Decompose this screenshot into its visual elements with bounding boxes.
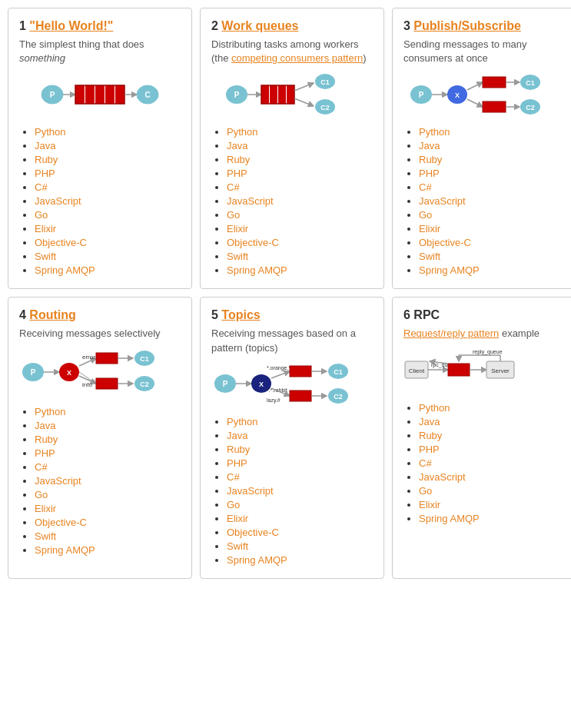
list-item: Ruby bbox=[227, 443, 373, 455]
language-list-routing: Python Java Ruby PHP C# JavaScript Go El… bbox=[19, 405, 181, 556]
competing-consumers-link[interactable]: competing consumers pattern bbox=[231, 52, 363, 64]
lang-link-js[interactable]: JavaScript bbox=[227, 195, 274, 207]
lang-link-php[interactable]: PHP bbox=[35, 168, 55, 179]
svg-rect-6 bbox=[105, 85, 115, 104]
lang-link-js[interactable]: JavaScript bbox=[227, 485, 274, 497]
title-link-work-queues[interactable]: Work queues bbox=[221, 19, 298, 32]
lang-link-python[interactable]: Python bbox=[35, 406, 65, 417]
lang-link-csharp[interactable]: C# bbox=[419, 181, 432, 193]
lang-link-swift[interactable]: Swift bbox=[35, 251, 56, 262]
lang-link-java[interactable]: Java bbox=[35, 140, 55, 151]
lang-link-go[interactable]: Go bbox=[419, 485, 432, 497]
lang-link-spring[interactable]: Spring AMQP bbox=[419, 513, 480, 524]
lang-link-ruby[interactable]: Ruby bbox=[35, 434, 58, 445]
list-item: Objective-C bbox=[419, 236, 565, 248]
lang-link-objc[interactable]: Objective-C bbox=[419, 237, 471, 248]
lang-link-elixir[interactable]: Elixir bbox=[227, 513, 248, 524]
lang-link-objc[interactable]: Objective-C bbox=[227, 527, 279, 538]
request-reply-link[interactable]: Request/reply pattern bbox=[403, 327, 499, 339]
lang-link-spring[interactable]: Spring AMQP bbox=[227, 554, 287, 566]
lang-link-python[interactable]: Python bbox=[419, 402, 450, 414]
list-item: Go bbox=[227, 208, 373, 221]
lang-link-java[interactable]: Java bbox=[419, 416, 440, 427]
lang-link-elixir[interactable]: Elixir bbox=[35, 223, 56, 234]
lang-link-elixir[interactable]: Elixir bbox=[35, 503, 56, 514]
lang-link-objc[interactable]: Objective-C bbox=[35, 517, 87, 528]
svg-rect-5 bbox=[95, 85, 105, 104]
title-link-pubsub[interactable]: Publish/Subscribe bbox=[413, 19, 521, 32]
list-item: C# bbox=[35, 460, 181, 473]
lang-link-objc[interactable]: Objective-C bbox=[227, 237, 279, 248]
title-link-hello-world[interactable]: "Hello World!" bbox=[29, 19, 113, 32]
lang-link-php[interactable]: PHP bbox=[419, 168, 440, 179]
card-title-routing: 4 Routing bbox=[19, 308, 181, 322]
lang-link-csharp[interactable]: C# bbox=[35, 461, 48, 473]
lang-link-java[interactable]: Java bbox=[35, 420, 55, 431]
lang-link-go[interactable]: Go bbox=[35, 489, 48, 500]
list-item: Spring AMQP bbox=[227, 553, 373, 566]
lang-link-go[interactable]: Go bbox=[227, 499, 240, 510]
lang-link-elixir[interactable]: Elixir bbox=[419, 223, 440, 234]
list-item: Go bbox=[419, 484, 565, 497]
title-link-routing[interactable]: Routing bbox=[29, 308, 75, 321]
lang-link-swift[interactable]: Swift bbox=[35, 530, 56, 542]
svg-text:P: P bbox=[31, 368, 36, 377]
lang-link-python[interactable]: Python bbox=[227, 416, 257, 427]
lang-link-java[interactable]: Java bbox=[227, 430, 247, 441]
diagram-topics: P X *.orange.* *.*.rabbit lazy.# C bbox=[211, 361, 373, 407]
lang-link-elixir[interactable]: Elixir bbox=[419, 499, 440, 510]
lang-link-swift[interactable]: Swift bbox=[419, 251, 440, 262]
list-item: Ruby bbox=[35, 433, 181, 445]
lang-link-php[interactable]: PHP bbox=[227, 457, 247, 469]
lang-link-spring[interactable]: Spring AMQP bbox=[419, 264, 480, 276]
lang-link-js[interactable]: JavaScript bbox=[419, 195, 466, 207]
lang-link-csharp[interactable]: C# bbox=[227, 471, 240, 483]
list-item: Objective-C bbox=[35, 236, 181, 248]
lang-link-php[interactable]: PHP bbox=[419, 444, 440, 455]
lang-link-ruby[interactable]: Ruby bbox=[227, 444, 250, 455]
lang-link-go[interactable]: Go bbox=[227, 209, 240, 221]
lang-link-spring[interactable]: Spring AMQP bbox=[35, 544, 95, 556]
lang-link-ruby[interactable]: Ruby bbox=[419, 154, 442, 165]
lang-link-js[interactable]: JavaScript bbox=[35, 195, 81, 207]
lang-link-java[interactable]: Java bbox=[419, 140, 440, 151]
svg-text:C1: C1 bbox=[140, 355, 149, 363]
lang-link-spring[interactable]: Spring AMQP bbox=[35, 264, 95, 276]
svg-text:C: C bbox=[144, 91, 150, 99]
lang-link-csharp[interactable]: C# bbox=[419, 457, 432, 469]
lang-link-php[interactable]: PHP bbox=[227, 168, 247, 179]
lang-link-python[interactable]: Python bbox=[419, 126, 450, 138]
lang-link-java[interactable]: Java bbox=[227, 140, 247, 151]
diagram-routing: P X error info bbox=[19, 347, 181, 397]
lang-link-elixir[interactable]: Elixir bbox=[227, 223, 248, 234]
lang-link-js[interactable]: JavaScript bbox=[419, 471, 466, 483]
lang-link-ruby[interactable]: Ruby bbox=[419, 430, 442, 441]
list-item: PHP bbox=[419, 167, 565, 179]
svg-rect-33 bbox=[483, 77, 506, 88]
lang-link-js[interactable]: JavaScript bbox=[35, 475, 81, 487]
lang-link-go[interactable]: Go bbox=[419, 209, 432, 221]
svg-text:Client: Client bbox=[409, 367, 425, 374]
lang-link-swift[interactable]: Swift bbox=[227, 251, 248, 262]
lang-link-python[interactable]: Python bbox=[35, 126, 65, 138]
lang-link-csharp[interactable]: C# bbox=[227, 181, 240, 193]
lang-link-swift[interactable]: Swift bbox=[227, 540, 248, 552]
list-item: Spring AMQP bbox=[35, 264, 181, 276]
lang-link-spring[interactable]: Spring AMQP bbox=[227, 264, 287, 276]
lang-link-ruby[interactable]: Ruby bbox=[35, 154, 58, 165]
list-item: JavaScript bbox=[227, 194, 373, 207]
list-item: Spring AMQP bbox=[419, 264, 565, 276]
lang-link-php[interactable]: PHP bbox=[35, 447, 55, 459]
lang-link-go[interactable]: Go bbox=[35, 209, 48, 221]
list-item: Ruby bbox=[227, 153, 373, 165]
list-item: Swift bbox=[227, 250, 373, 262]
lang-link-objc[interactable]: Objective-C bbox=[35, 237, 87, 248]
title-link-topics[interactable]: Topics bbox=[221, 308, 260, 321]
lang-link-ruby[interactable]: Ruby bbox=[227, 154, 250, 165]
list-item: Java bbox=[419, 139, 565, 151]
list-item: Spring AMQP bbox=[227, 264, 373, 276]
svg-line-20 bbox=[294, 83, 314, 91]
list-item: PHP bbox=[227, 167, 373, 179]
lang-link-csharp[interactable]: C# bbox=[35, 181, 48, 193]
lang-link-python[interactable]: Python bbox=[227, 126, 257, 138]
